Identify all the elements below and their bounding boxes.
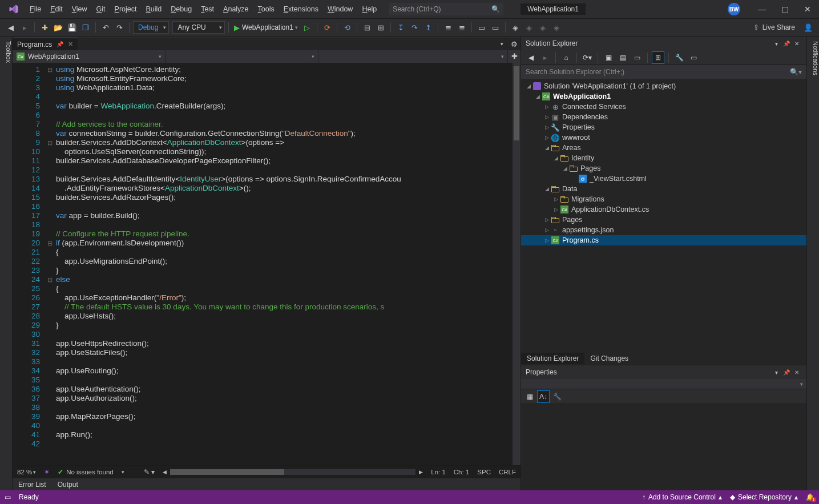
zoom-level[interactable]: 82 % ▾ bbox=[17, 469, 36, 475]
user-avatar[interactable]: BW bbox=[728, 3, 740, 15]
tree-node[interactable]: ▷Migrations bbox=[521, 194, 806, 204]
menu-window[interactable]: Window bbox=[323, 2, 357, 17]
uncomment-icon[interactable]: ▭ bbox=[489, 21, 502, 34]
maximize-button[interactable]: ▢ bbox=[773, 0, 796, 18]
menu-test[interactable]: Test bbox=[196, 2, 219, 17]
track-doc-icon[interactable]: ⊞ bbox=[652, 51, 664, 64]
categorized-icon[interactable]: ▦ bbox=[523, 390, 536, 403]
close-panel-icon[interactable]: ✕ bbox=[792, 41, 802, 47]
show-files-icon[interactable]: ▤ bbox=[616, 51, 629, 64]
menu-analyze[interactable]: Analyze bbox=[219, 2, 253, 17]
nav-fwd-icon[interactable]: ▸ bbox=[18, 21, 31, 34]
tabs-settings-icon[interactable]: ⚙ bbox=[508, 38, 521, 50]
vertical-scrollbar[interactable] bbox=[513, 63, 521, 465]
tree-node[interactable]: @_ViewStart.cshtml bbox=[521, 174, 806, 184]
tree-node[interactable]: ◢Data bbox=[521, 184, 806, 194]
output-window-icon[interactable]: ▭ bbox=[5, 493, 11, 501]
health-dropdown-icon[interactable]: ▾ bbox=[122, 469, 124, 475]
prop-dropdown-icon[interactable]: ▾ bbox=[771, 369, 781, 376]
tab-git-changes[interactable]: Git Changes bbox=[584, 353, 634, 364]
toolbar-btn-b[interactable]: ⊞ bbox=[374, 21, 387, 34]
tree-node[interactable]: ◢Pages bbox=[521, 163, 806, 174]
code-body[interactable]: using Microsoft.AspNetCore.Identity; usi… bbox=[54, 63, 513, 465]
toolbox-strip[interactable]: Toolbox bbox=[0, 37, 13, 490]
browser-link-icon[interactable]: ⟲ bbox=[341, 21, 353, 34]
tree-node[interactable]: ▷🌐wwwroot bbox=[521, 132, 806, 143]
bookmark3-icon[interactable]: ◈ bbox=[536, 21, 549, 34]
context-type[interactable]: ▾ bbox=[166, 50, 318, 63]
save-icon[interactable]: 💾 bbox=[66, 21, 78, 34]
home-icon[interactable]: ⌂ bbox=[560, 51, 572, 64]
fold-strip[interactable]: ⊟ ⊟ ⊟ ⊟ bbox=[46, 63, 54, 465]
source-control-button[interactable]: ↑ Add to Source Control ▴ bbox=[642, 493, 722, 501]
menu-file[interactable]: File bbox=[25, 2, 46, 17]
menu-build[interactable]: Build bbox=[142, 2, 167, 17]
global-search[interactable]: Search (Ctrl+Q) 🔍 bbox=[389, 3, 503, 15]
back-icon[interactable]: ◀ bbox=[525, 51, 537, 64]
step-over-icon[interactable]: ↷ bbox=[408, 21, 421, 34]
account-icon[interactable]: 👤 bbox=[802, 21, 814, 34]
bookmark4-icon[interactable]: ◈ bbox=[550, 21, 563, 34]
switch-views-icon[interactable]: ▣ bbox=[602, 51, 615, 64]
undo-icon[interactable]: ↶ bbox=[99, 21, 112, 34]
menu-project[interactable]: Project bbox=[110, 2, 142, 17]
tree-node[interactable]: ▷⊕Connected Services bbox=[521, 102, 806, 112]
tree-node[interactable]: ◢Areas bbox=[521, 143, 806, 153]
solution-tree[interactable]: ◢Solution 'WebApplication1' (1 of 1 proj… bbox=[521, 79, 806, 352]
tree-node[interactable]: ▷C#ApplicationDbContext.cs bbox=[521, 204, 806, 215]
menu-help[interactable]: Help bbox=[357, 2, 381, 17]
preview-icon[interactable]: ▭ bbox=[687, 51, 700, 64]
intellicode-icon[interactable]: ✶ bbox=[44, 468, 50, 476]
open-icon[interactable]: 📂 bbox=[52, 21, 64, 34]
save-all-icon[interactable]: ❐ bbox=[79, 21, 92, 34]
tab-solution-explorer[interactable]: Solution Explorer bbox=[521, 353, 584, 364]
tab-program-cs[interactable]: Program.cs 📌 ✕ bbox=[13, 38, 78, 50]
menu-view[interactable]: View bbox=[67, 2, 92, 17]
nav-back-icon[interactable]: ◀ bbox=[5, 21, 17, 34]
toolbar-btn-a[interactable]: ⊟ bbox=[361, 21, 373, 34]
menu-debug[interactable]: Debug bbox=[166, 2, 196, 17]
tree-node[interactable]: ◢C#WebApplication1 bbox=[521, 91, 806, 102]
tree-node[interactable]: ◢Identity bbox=[521, 153, 806, 163]
tree-node[interactable]: ▷🔧Properties bbox=[521, 122, 806, 132]
indent-less-icon[interactable]: ≣ bbox=[442, 21, 454, 34]
indent-mode[interactable]: SPC bbox=[477, 469, 491, 475]
redo-icon[interactable]: ↷ bbox=[113, 21, 126, 34]
code-editor[interactable]: 1 2 3 4 5 6 7 8 9 10 11 12 13 14 15 16 1… bbox=[13, 63, 521, 465]
brush-icon[interactable]: ✎ ▾ bbox=[144, 468, 155, 476]
tree-node[interactable]: ▷▫appsettings.json bbox=[521, 225, 806, 235]
char-position[interactable]: Ch: 1 bbox=[454, 469, 470, 475]
tab-error-list[interactable]: Error List bbox=[13, 479, 52, 490]
fwd-icon[interactable]: ▸ bbox=[539, 51, 551, 64]
live-share-button[interactable]: ⇪ Live Share bbox=[753, 23, 795, 31]
start-noDebug-icon[interactable]: ▷ bbox=[301, 21, 313, 34]
prop-close-icon[interactable]: ✕ bbox=[792, 369, 802, 376]
pin-panel-icon[interactable]: 📌 bbox=[781, 41, 792, 47]
notifications-bell[interactable]: 🔔1 bbox=[806, 493, 814, 501]
tabs-overflow-icon[interactable]: ▾ bbox=[495, 38, 508, 50]
panel-dropdown-icon[interactable]: ▾ bbox=[771, 41, 781, 47]
tree-node[interactable]: ▷Pages bbox=[521, 215, 806, 225]
bookmark2-icon[interactable]: ◈ bbox=[523, 21, 535, 34]
context-project[interactable]: C# WebApplication1 ▾ bbox=[13, 50, 166, 63]
new-item-icon[interactable]: ✚ bbox=[38, 21, 51, 34]
tree-node[interactable]: ▷C#Program.cs bbox=[521, 235, 806, 245]
tree-node[interactable]: ▷▣Dependencies bbox=[521, 112, 806, 122]
repo-button[interactable]: ◆ Select Repository ▴ bbox=[730, 493, 798, 501]
menu-git[interactable]: Git bbox=[92, 2, 110, 17]
step-out-icon[interactable]: ↥ bbox=[422, 21, 434, 34]
notifications-strip[interactable]: Notifications bbox=[806, 37, 819, 490]
indent-more-icon[interactable]: ≣ bbox=[455, 21, 468, 34]
line-ending[interactable]: CRLF bbox=[499, 469, 516, 475]
close-tab-icon[interactable]: ✕ bbox=[68, 41, 73, 48]
comment-icon[interactable]: ▭ bbox=[475, 21, 488, 34]
platform-dropdown[interactable]: Any CPU bbox=[172, 21, 225, 34]
split-editor-icon[interactable]: ✚ bbox=[508, 50, 521, 63]
config-dropdown[interactable]: Debug bbox=[133, 21, 169, 34]
hot-reload-icon[interactable]: ⟳ bbox=[321, 21, 333, 34]
menu-extensions[interactable]: Extensions bbox=[279, 2, 323, 17]
pin-icon[interactable]: 📌 bbox=[57, 41, 63, 47]
menu-edit[interactable]: Edit bbox=[46, 2, 67, 17]
close-button[interactable]: ✕ bbox=[796, 0, 819, 18]
sync-icon[interactable]: ⟳▾ bbox=[581, 51, 594, 64]
